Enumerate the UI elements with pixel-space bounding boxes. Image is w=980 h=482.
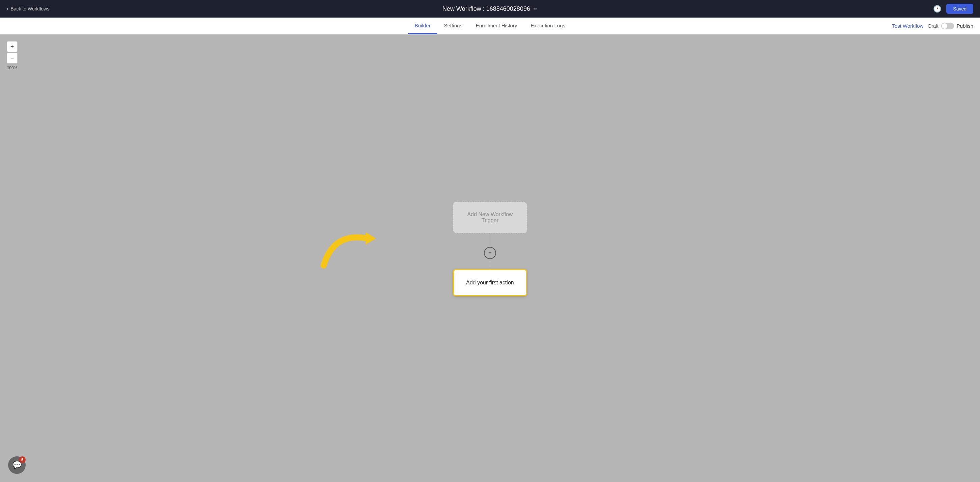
edit-title-icon[interactable]: ✏ xyxy=(533,6,538,11)
connector-dashed xyxy=(490,259,490,269)
secondbar-right: Test Workflow Draft Publish xyxy=(892,22,973,29)
trigger-node[interactable]: Add New Workflow Trigger xyxy=(453,202,527,233)
arrow-annotation xyxy=(313,205,408,274)
add-step-button[interactable]: + xyxy=(484,247,496,259)
back-label: Back to Workflows xyxy=(10,6,49,11)
add-step-icon: + xyxy=(488,249,492,256)
trigger-node-label: Add New Workflow Trigger xyxy=(468,211,513,223)
draft-label: Draft xyxy=(928,23,938,29)
workflow-node-area: Add New Workflow Trigger + Add your firs… xyxy=(453,202,527,296)
publish-label: Publish xyxy=(957,23,973,29)
tab-builder[interactable]: Builder xyxy=(408,18,438,34)
tab-group: Builder Settings Enrollment History Exec… xyxy=(408,18,572,34)
connector-line-1 xyxy=(490,233,490,247)
zoom-level-label: 100% xyxy=(7,65,18,70)
tab-execution-logs[interactable]: Execution Logs xyxy=(524,18,572,34)
back-chevron-icon: ‹ xyxy=(7,6,8,12)
topbar-right: 🕐 Saved xyxy=(933,4,973,14)
zoom-controls: + − 100% xyxy=(7,41,18,70)
test-workflow-button[interactable]: Test Workflow xyxy=(892,23,923,29)
action-node[interactable]: Add your first action xyxy=(453,269,527,296)
tab-enrollment-history[interactable]: Enrollment History xyxy=(469,18,524,34)
action-node-label: Add your first action xyxy=(466,280,514,286)
workflow-canvas: + − 100% Add New Workflow Trigger + Add … xyxy=(0,34,980,482)
toggle-knob xyxy=(942,23,947,29)
tab-settings[interactable]: Settings xyxy=(438,18,469,34)
draft-publish-toggle[interactable] xyxy=(941,22,954,29)
history-clock-icon[interactable]: 🕐 xyxy=(933,5,942,13)
zoom-in-button[interactable]: + xyxy=(7,41,18,52)
svg-marker-0 xyxy=(366,232,376,244)
workflow-title: New Workflow : 1688460028096 ✏ xyxy=(442,5,538,13)
zoom-out-button[interactable]: − xyxy=(7,53,18,64)
draft-toggle-group: Draft Publish xyxy=(928,22,973,29)
topbar: ‹ Back to Workflows New Workflow : 16884… xyxy=(0,0,980,18)
chat-badge: 5 xyxy=(19,456,25,463)
secondbar: Builder Settings Enrollment History Exec… xyxy=(0,18,980,34)
saved-button[interactable]: Saved xyxy=(946,4,973,14)
title-text: New Workflow : 1688460028096 xyxy=(442,5,530,13)
back-to-workflows-button[interactable]: ‹ Back to Workflows xyxy=(7,6,49,12)
chat-widget[interactable]: 💬 5 xyxy=(8,456,25,474)
